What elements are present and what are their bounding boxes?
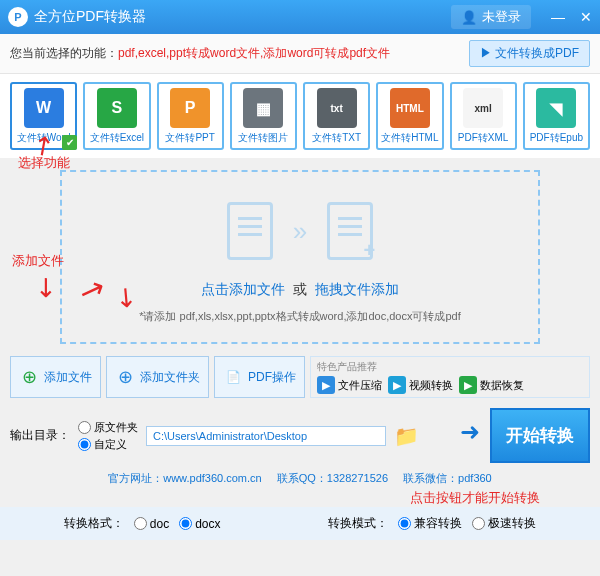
radio-doc[interactable]: doc xyxy=(134,517,169,531)
tile-icon: S xyxy=(97,88,137,128)
document-icon xyxy=(227,202,273,260)
function-label: 您当前选择的功能： xyxy=(10,45,118,62)
start-convert-button[interactable]: 开始转换 xyxy=(490,408,590,463)
pdf-ops-icon: 📄 xyxy=(223,367,243,387)
format-tile-PDF转Epub[interactable]: ◥PDF转Epub xyxy=(523,82,590,150)
add-folder-icon: ⊕ xyxy=(115,367,135,387)
radio-custom-folder[interactable]: 自定义 xyxy=(78,437,138,452)
login-button[interactable]: 👤 未登录 xyxy=(451,5,531,29)
dropzone-or: 或 xyxy=(293,281,307,297)
promo-icon: ▶ xyxy=(317,376,335,394)
format-tile-文件转TXT[interactable]: txt文件转TXT xyxy=(303,82,370,150)
promo-icon: ▶ xyxy=(459,376,477,394)
radio-docx[interactable]: docx xyxy=(179,517,220,531)
promo-视频转换[interactable]: ▶视频转换 xyxy=(388,376,453,394)
app-logo-icon: P xyxy=(8,7,28,27)
app-title: 全方位PDF转换器 xyxy=(34,8,451,26)
mode-label: 转换模式： xyxy=(328,515,388,532)
format-tile-PDF转XML[interactable]: xmlPDF转XML xyxy=(450,82,517,150)
wechat-contact[interactable]: 联系微信：pdf360 xyxy=(403,472,492,484)
format-tile-文件转Excel[interactable]: S文件转Excel xyxy=(83,82,150,150)
tile-label: 文件转Excel xyxy=(87,131,146,145)
format-tile-文件转HTML[interactable]: HTML文件转HTML xyxy=(376,82,443,150)
convert-to-pdf-tab[interactable]: ▶ 文件转换成PDF xyxy=(469,40,590,67)
dropzone-note: *请添加 pdf,xls,xlsx,ppt,pptx格式转成word,添加doc… xyxy=(72,309,528,324)
promo-数据恢复[interactable]: ▶数据恢复 xyxy=(459,376,524,394)
tile-label: 文件转TXT xyxy=(307,131,366,145)
radio-fast[interactable]: 极速转换 xyxy=(472,515,536,532)
arrow-right-icon: ➜ xyxy=(460,418,480,446)
tile-label: 文件转图片 xyxy=(234,131,293,145)
toolbar: ⊕ 添加文件 ⊕ 添加文件夹 📄 PDF操作 特色产品推荐 ▶文件压缩▶视频转换… xyxy=(0,352,600,402)
radio-compat[interactable]: 兼容转换 xyxy=(398,515,462,532)
output-path-input[interactable] xyxy=(146,426,386,446)
tile-icon: P xyxy=(170,88,210,128)
browse-folder-icon[interactable]: 📁 xyxy=(394,424,419,448)
tile-icon: ◥ xyxy=(536,88,576,128)
tile-icon: W xyxy=(24,88,64,128)
function-hint: pdf,excel,ppt转成word文件,添加word可转成pdf文件 xyxy=(118,45,469,62)
close-button[interactable]: ✕ xyxy=(580,9,592,25)
drag-file-link[interactable]: 拖拽文件添加 xyxy=(315,281,399,297)
format-tiles: W文件转WordS文件转ExcelP文件转PPT▦文件转图片txt文件转TXTH… xyxy=(0,74,600,158)
tile-icon: ▦ xyxy=(243,88,283,128)
format-tile-文件转PPT[interactable]: P文件转PPT xyxy=(157,82,224,150)
tile-label: 文件转HTML xyxy=(380,131,439,145)
add-file-button[interactable]: ⊕ 添加文件 xyxy=(10,356,101,398)
annotation-start: 点击按钮才能开始转换 xyxy=(410,490,540,505)
footer-links: 官方网址：www.pdf360.com.cn 联系QQ：1328271526 联… xyxy=(0,469,600,488)
login-label: 未登录 xyxy=(482,8,521,26)
promo-box: 特色产品推荐 ▶文件压缩▶视频转换▶数据恢复 xyxy=(310,356,590,398)
drop-zone[interactable]: » 点击添加文件 或 拖拽文件添加 *请添加 pdf,xls,xlsx,ppt,… xyxy=(60,170,540,344)
promo-title: 特色产品推荐 xyxy=(317,360,583,374)
add-folder-button[interactable]: ⊕ 添加文件夹 xyxy=(106,356,209,398)
tile-label: PDF转Epub xyxy=(527,131,586,145)
add-file-icon: ⊕ xyxy=(19,367,39,387)
user-icon: 👤 xyxy=(461,10,477,25)
promo-icon: ▶ xyxy=(388,376,406,394)
tile-icon: txt xyxy=(317,88,357,128)
tile-label: 文件转PPT xyxy=(161,131,220,145)
tile-icon: xml xyxy=(463,88,503,128)
output-label: 输出目录： xyxy=(10,427,70,444)
minimize-button[interactable]: — xyxy=(551,9,565,25)
format-tile-文件转图片[interactable]: ▦文件转图片 xyxy=(230,82,297,150)
annotation-add-file: 添加文件 xyxy=(12,252,64,270)
titlebar: P 全方位PDF转换器 👤 未登录 — ✕ xyxy=(0,0,600,34)
official-site-link[interactable]: 官方网址：www.pdf360.com.cn xyxy=(108,472,261,484)
bottom-options: 转换格式： doc docx 转换模式： 兼容转换 极速转换 xyxy=(0,507,600,540)
document-add-icon xyxy=(327,202,373,260)
radio-original-folder[interactable]: 原文件夹 xyxy=(78,420,138,435)
tile-icon: HTML xyxy=(390,88,430,128)
function-bar: 您当前选择的功能： pdf,excel,ppt转成word文件,添加word可转… xyxy=(0,34,600,74)
output-row: 输出目录： 原文件夹 自定义 📁 ➜ 开始转换 xyxy=(0,402,600,469)
pdf-operations-button[interactable]: 📄 PDF操作 xyxy=(214,356,305,398)
arrow-right-icon: » xyxy=(293,216,307,247)
add-file-link[interactable]: 点击添加文件 xyxy=(201,281,285,297)
promo-文件压缩[interactable]: ▶文件压缩 xyxy=(317,376,382,394)
qq-contact[interactable]: 联系QQ：1328271526 xyxy=(277,472,388,484)
format-label: 转换格式： xyxy=(64,515,124,532)
tile-label: PDF转XML xyxy=(454,131,513,145)
